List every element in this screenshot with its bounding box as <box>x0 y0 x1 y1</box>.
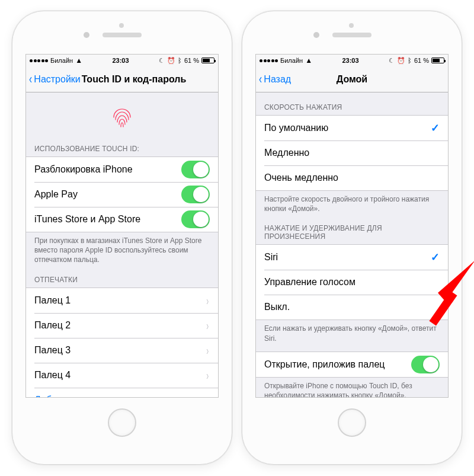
fingers-group: Палец 1 › Палец 2 › Палец 3 › Палец 4 › <box>26 287 218 397</box>
speed-footer: Настройте скорость двойного и тройного н… <box>256 191 448 218</box>
alarm-icon: ⏰ <box>167 57 175 65</box>
row-label: Добавить отпечаток… <box>34 395 132 397</box>
statusbar: Билайн ▲ 23:03 ☾ ⏰ ᛒ 61 % <box>26 55 218 66</box>
settings-content-left[interactable]: ИСПОЛЬЗОВАНИЕ TOUCH ID: Разблокировка iP… <box>26 92 218 397</box>
row-label: Палец 4 <box>34 370 71 381</box>
row-finger-1[interactable]: Палец 1 › <box>26 288 218 313</box>
row-label: Палец 3 <box>34 345 71 356</box>
battery-pct: 61 % <box>414 57 429 64</box>
section-header-speed: СКОРОСТЬ НАЖАТИЯ <box>256 92 448 115</box>
carrier-label: Билайн <box>50 57 73 64</box>
iphone-right: Билайн ▲ 23:03 ☾ ⏰ ᛒ 61 % ‹ Назад Домой <box>242 11 462 465</box>
home-button[interactable] <box>108 408 136 437</box>
toggle-itunes[interactable] <box>181 210 210 228</box>
rest-finger-footer: Открывайте iPhone с помощью Touch ID, бе… <box>256 378 448 397</box>
clock: 23:03 <box>112 57 129 64</box>
row-hold-off[interactable]: Выкл. <box>256 295 448 320</box>
earpiece <box>332 33 371 37</box>
row-itunes[interactable]: iTunes Store и App Store <box>26 207 218 232</box>
page-title: Домой <box>337 74 367 84</box>
statusbar: Билайн ▲ 23:03 ☾ ⏰ ᛒ 61 % <box>256 55 448 66</box>
row-label: По умолчанию <box>264 123 328 133</box>
row-label: Siri <box>264 252 278 263</box>
bluetooth-icon: ᛒ <box>408 57 412 64</box>
row-label: Apple Pay <box>34 189 78 200</box>
hold-footer: Если нажать и удерживать кнопку «Домой»,… <box>256 320 448 347</box>
hold-group: Siri ✓ Управление голосом Выкл. <box>256 244 448 320</box>
row-label: Палец 2 <box>34 320 71 331</box>
toggle-unlock[interactable] <box>181 161 210 178</box>
row-rest-finger[interactable]: Открытие, приложив палец <box>256 352 448 377</box>
row-finger-4[interactable]: Палец 4 › <box>26 363 218 388</box>
carrier-label: Билайн <box>280 57 303 64</box>
row-finger-3[interactable]: Палец 3 › <box>26 338 218 363</box>
chevron-right-icon: › <box>207 295 209 306</box>
row-label: Выкл. <box>264 302 290 312</box>
front-camera <box>313 32 319 38</box>
back-label: Назад <box>264 74 291 85</box>
row-hold-voice[interactable]: Управление голосом <box>256 270 448 295</box>
clock: 23:03 <box>342 57 358 64</box>
page-title: Touch ID и код-пароль <box>82 74 187 85</box>
row-speed-default[interactable]: По умолчанию ✓ <box>256 116 448 140</box>
screen-right: Билайн ▲ 23:03 ☾ ⏰ ᛒ 61 % ‹ Назад Домой <box>255 54 449 398</box>
iphone-left: Билайн ▲ 23:03 ☾ ⏰ ᛒ 61 % ‹ Настройки <box>12 11 232 465</box>
moon-icon: ☾ <box>389 57 395 65</box>
usage-footer: При покупках в магазинах iTunes Store и … <box>26 232 218 270</box>
moon-icon: ☾ <box>159 57 165 65</box>
back-label: Настройки <box>34 74 80 85</box>
signal-icon <box>30 59 48 62</box>
rest-finger-group: Открытие, приложив палец <box>256 352 448 378</box>
wifi-icon: ▲ <box>75 56 82 65</box>
row-label: Медленно <box>264 148 309 158</box>
section-header-usage: ИСПОЛЬЗОВАНИЕ TOUCH ID: <box>26 134 218 156</box>
front-camera <box>84 32 89 38</box>
row-add-fingerprint[interactable]: Добавить отпечаток… <box>26 388 218 397</box>
row-label: Палец 1 <box>34 295 71 306</box>
check-icon: ✓ <box>431 122 440 135</box>
proximity-sensor <box>119 23 124 28</box>
bluetooth-icon: ᛒ <box>178 57 182 64</box>
toggle-apple-pay[interactable] <box>181 186 210 203</box>
nav-bar: ‹ Настройки Touch ID и код-пароль <box>26 66 218 92</box>
row-finger-2[interactable]: Палец 2 › <box>26 313 218 338</box>
battery-icon <box>431 57 444 63</box>
chevron-right-icon: › <box>207 320 209 331</box>
earpiece <box>103 33 142 37</box>
signal-icon <box>260 59 278 62</box>
alarm-icon: ⏰ <box>397 57 405 65</box>
screen-left: Билайн ▲ 23:03 ☾ ⏰ ᛒ 61 % ‹ Настройки <box>25 54 219 398</box>
row-label: Разблокировка iPhone <box>34 164 133 175</box>
row-label: Очень медленно <box>264 172 338 183</box>
row-apple-pay[interactable]: Apple Pay <box>26 182 218 207</box>
speed-group: По умолчанию ✓ Медленно Очень медленно <box>256 115 448 191</box>
chevron-right-icon: › <box>207 344 209 356</box>
row-unlock-iphone[interactable]: Разблокировка iPhone <box>26 157 218 182</box>
fingerprint-icon <box>26 92 218 134</box>
wifi-icon: ▲ <box>305 56 312 65</box>
section-header-fingers: ОТПЕЧАТКИ <box>26 270 218 287</box>
battery-pct: 61 % <box>184 57 199 64</box>
back-button[interactable]: ‹ Настройки <box>28 74 81 85</box>
row-speed-slow[interactable]: Медленно <box>256 140 448 165</box>
battery-icon <box>201 57 214 63</box>
usage-group: Разблокировка iPhone Apple Pay iTunes St… <box>26 156 218 232</box>
toggle-rest-finger[interactable] <box>411 356 440 373</box>
home-button[interactable] <box>338 408 366 437</box>
back-button[interactable]: ‹ Назад <box>258 74 291 85</box>
nav-bar: ‹ Назад Домой <box>256 66 448 92</box>
section-header-hold: НАЖАТИЕ И УДЕРЖИВАНИЕ ДЛЯ ПРОИЗНЕСЕНИЯ <box>256 218 448 244</box>
row-label: Открытие, приложив палец <box>264 359 385 370</box>
proximity-sensor <box>349 23 354 28</box>
row-label: iTunes Store и App Store <box>34 214 140 225</box>
row-speed-slowest[interactable]: Очень медленно <box>256 165 448 190</box>
chevron-right-icon: › <box>207 369 209 381</box>
check-icon: ✓ <box>431 251 440 264</box>
row-hold-siri[interactable]: Siri ✓ <box>256 245 448 270</box>
settings-content-right[interactable]: СКОРОСТЬ НАЖАТИЯ По умолчанию ✓ Медленно… <box>256 92 448 397</box>
row-label: Управление голосом <box>264 277 356 287</box>
